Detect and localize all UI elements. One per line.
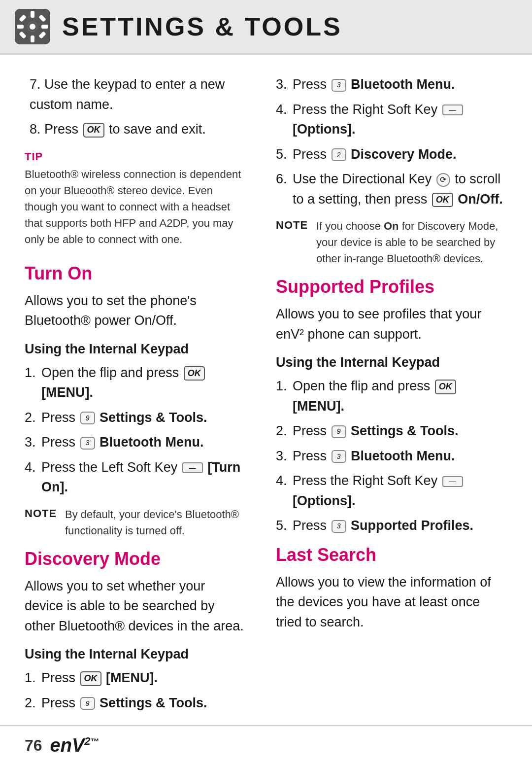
- num3-key-icon: 3: [332, 450, 346, 463]
- intro-steps: 7. Use the keypad to enter a new custom …: [25, 74, 246, 139]
- page-header: SETTINGS & TOOLS: [0, 0, 532, 55]
- list-item: 3. Press 3 Bluetooth Menu.: [25, 432, 246, 452]
- discovery-mode-desc: Allows you to set whether your device is…: [25, 576, 246, 636]
- left-column: 7. Use the keypad to enter a new custom …: [25, 74, 266, 722]
- softkey-right-icon: —: [442, 476, 463, 487]
- num3-key-icon: 3: [332, 79, 346, 92]
- list-item: 3. Press 3 Bluetooth Menu.: [276, 74, 507, 95]
- right-column: 3. Press 3 Bluetooth Menu. 4. Press the …: [266, 74, 507, 722]
- discovery-mode-right-steps: 3. Press 3 Bluetooth Menu. 4. Press the …: [276, 74, 507, 209]
- num9-key-icon: 9: [80, 412, 95, 424]
- supported-profiles-subheading: Using the Internal Keypad: [276, 355, 507, 370]
- discovery-note: NOTE If you choose On for Discovery Mode…: [276, 218, 507, 267]
- turn-on-desc: Allows you to set the phone's Bluetooth®…: [25, 291, 246, 331]
- note-text: By default, your device's Bluetooth® fun…: [65, 506, 246, 539]
- list-item: 4. Press the Right Soft Key — [Options].: [276, 471, 507, 511]
- note-text: If you choose On for Discovery Mode, you…: [316, 218, 507, 267]
- tip-text: Bluetooth® wireless connection is depend…: [25, 166, 246, 247]
- num9-key-icon: 9: [332, 425, 346, 438]
- turn-on-section: Turn On Allows you to set the phone's Bl…: [25, 263, 246, 539]
- ok-key-icon: OK: [83, 123, 104, 137]
- svg-rect-2: [31, 11, 34, 18]
- list-item: 2. Press 9 Settings & Tools.: [25, 693, 246, 713]
- softkey-right-icon: —: [442, 104, 463, 115]
- list-item: 5. Press 3 Supported Profiles.: [276, 516, 507, 536]
- last-search-section: Last Search Allows you to view the infor…: [276, 545, 507, 632]
- list-item: 3. Press 3 Bluetooth Menu.: [276, 446, 507, 466]
- trademark-symbol: ™: [91, 737, 100, 747]
- note-label: NOTE: [25, 506, 59, 520]
- ok-key-icon: OK: [435, 380, 456, 394]
- num2-key-icon: 2: [332, 148, 346, 161]
- supported-profiles-heading: Supported Profiles: [276, 277, 507, 297]
- step-7: 7. Use the keypad to enter a new custom …: [25, 74, 246, 114]
- svg-rect-4: [17, 25, 24, 29]
- discovery-mode-right: 3. Press 3 Bluetooth Menu. 4. Press the …: [276, 74, 507, 267]
- ok-key-icon: OK: [80, 671, 101, 686]
- supported-profiles-steps: 1. Open the flip and press OK [MENU]. 2.…: [276, 376, 507, 536]
- page-number: 76: [25, 736, 42, 755]
- list-item: 1. Open the flip and press OK [MENU].: [276, 376, 507, 416]
- list-item: 6. Use the Directional Key ⟳ to scroll t…: [276, 169, 507, 209]
- num3-key-icon: 3: [332, 520, 346, 533]
- list-item: 4. Press the Left Soft Key — [Turn On].: [25, 457, 246, 497]
- supported-profiles-desc: Allows you to see profiles that your enV…: [276, 304, 507, 344]
- page-title: SETTINGS & TOOLS: [62, 12, 342, 41]
- list-item: 4. Press the Right Soft Key — [Options].: [276, 100, 507, 139]
- list-item: 5. Press 2 Discovery Mode.: [276, 144, 507, 165]
- discovery-mode-subheading: Using the Internal Keypad: [25, 647, 246, 662]
- step-8-text: Press OK to save and exit.: [44, 122, 206, 137]
- logo-superscript: 2: [84, 735, 90, 747]
- svg-rect-3: [31, 35, 34, 42]
- discovery-mode-section: Discovery Mode Allows you to set whether…: [25, 549, 246, 713]
- discovery-mode-heading: Discovery Mode: [25, 549, 246, 569]
- discovery-mode-steps: 1. Press OK [MENU]. 2. Press 9 Settings …: [25, 668, 246, 713]
- turn-on-subheading: Using the Internal Keypad: [25, 342, 246, 357]
- step-7-num: 7.: [30, 77, 41, 92]
- list-item: 2. Press 9 Settings & Tools.: [25, 408, 246, 428]
- ok-key-icon: OK: [184, 366, 205, 381]
- supported-profiles-section: Supported Profiles Allows you to see pro…: [276, 277, 507, 536]
- ok-key-icon: OK: [432, 193, 453, 207]
- svg-rect-5: [41, 25, 48, 29]
- list-item: 2. Press 9 Settings & Tools.: [276, 421, 507, 441]
- turn-on-note: NOTE By default, your device's Bluetooth…: [25, 506, 246, 539]
- tip-box: TIP Bluetooth® wireless connection is de…: [25, 150, 246, 247]
- settings-gear-icon: [15, 9, 50, 44]
- turn-on-heading: Turn On: [25, 263, 246, 284]
- turn-on-steps: 1. Open the flip and press OK [MENU]. 2.…: [25, 363, 246, 497]
- directional-key-icon: ⟳: [436, 173, 450, 187]
- last-search-desc: Allows you to view the information of th…: [276, 572, 507, 632]
- page-footer: 76 enV2™: [0, 725, 532, 765]
- step-8: 8. Press OK to save and exit.: [25, 119, 246, 139]
- step-7-text: Use the keypad to enter a new custom nam…: [30, 77, 225, 112]
- softkey-left-icon: —: [182, 462, 203, 473]
- brand-logo: enV2™: [50, 735, 100, 756]
- step-8-num: 8.: [30, 122, 41, 137]
- num3-key-icon: 3: [80, 437, 95, 450]
- tip-label: TIP: [25, 150, 246, 163]
- note-label: NOTE: [276, 218, 310, 232]
- logo-v: V: [72, 735, 84, 756]
- list-item: 1. Open the flip and press OK [MENU].: [25, 363, 246, 403]
- main-content: 7. Use the keypad to enter a new custom …: [0, 55, 532, 741]
- num9-key-icon: 9: [80, 697, 95, 710]
- svg-point-11: [30, 24, 35, 30]
- last-search-heading: Last Search: [276, 545, 507, 565]
- list-item: 1. Press OK [MENU].: [25, 668, 246, 688]
